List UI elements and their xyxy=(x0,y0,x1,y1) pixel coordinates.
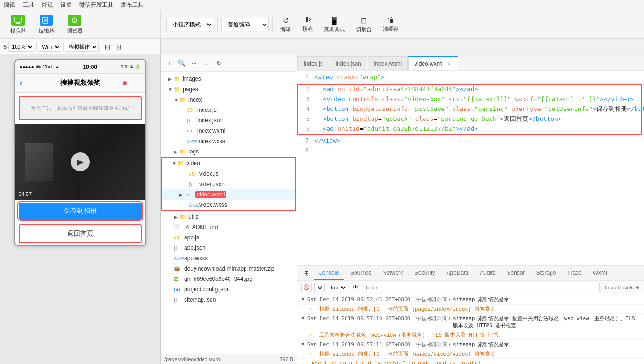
tree-item-video-json[interactable]: {} video.json xyxy=(162,179,295,189)
tab-index-wxml[interactable]: index.wxml xyxy=(368,56,408,70)
eye-button[interactable]: 👁 xyxy=(350,283,361,292)
mode-select[interactable]: 小程序模式 插件模式 xyxy=(166,18,213,31)
code-line-1: 1 <view class="wrap"> xyxy=(297,73,644,83)
tree-item-logs[interactable]: ▶ 📁 logs xyxy=(161,146,297,157)
file-tree-toolbar: + 🔍 ··· ≡ ↻ xyxy=(161,55,297,72)
operation-select[interactable]: 模拟操作 xyxy=(66,42,99,52)
tree-item-images[interactable]: ▶ 📁 images xyxy=(161,74,297,84)
tree-item-video-folder[interactable]: ▼ 📁 video xyxy=(162,158,295,169)
real-debug-button[interactable]: 📱 真机调试 xyxy=(320,14,348,35)
editor-button[interactable]: 编辑器 xyxy=(34,12,59,37)
carrier-label: WeChat xyxy=(36,64,53,69)
clear-cache-button[interactable]: 🗑 清缓存 xyxy=(379,14,402,34)
zoom-select[interactable]: 100%75%50%125% xyxy=(8,42,34,52)
tree-item-video-wxss[interactable]: wxss video.wxss xyxy=(162,200,295,210)
tree-item-app-json[interactable]: {} app.json xyxy=(161,243,297,253)
tree-item-app-js[interactable]: JS app.js xyxy=(161,232,297,243)
devtools-tab-wxml[interactable]: Wxml xyxy=(588,267,612,280)
compile-select[interactable]: 普通编译 自定义编译 xyxy=(221,18,269,31)
wxss-file-icon: wxss xyxy=(174,256,181,261)
back-arrow-icon[interactable]: ‹ xyxy=(20,78,23,88)
tree-item-index-folder[interactable]: ▼ 📁 index xyxy=(161,94,297,105)
code-highlight-region: 2 <ad unitId="adunit-aa47148441f3a244"><… xyxy=(297,84,642,135)
expand-icon[interactable]: ▼ xyxy=(301,315,305,321)
tree-item-readme[interactable]: 📄 README.md xyxy=(161,222,297,232)
network-select[interactable]: WiFi3G4G xyxy=(39,42,61,52)
tree-item-zip[interactable]: 📦 douyindownload-miniapp-master.zip xyxy=(161,263,297,274)
tree-item-index-json[interactable]: {} index.json xyxy=(161,115,297,126)
devtools-tab-console[interactable]: Console xyxy=(314,267,344,280)
tree-item-utils[interactable]: ▶ 📁 utils xyxy=(161,212,297,222)
tab-video-wxml[interactable]: video.wxml × xyxy=(408,56,458,70)
compile-button[interactable]: ↺ 编译 xyxy=(277,14,295,35)
refresh-button[interactable]: ↻ xyxy=(213,58,224,68)
aspect-ratio-button[interactable]: ⊟ xyxy=(103,42,112,51)
expand-icon[interactable]: ▼ xyxy=(301,296,305,302)
devtools-tab-sensor[interactable]: Sensor xyxy=(502,267,530,280)
devtools-tab-network[interactable]: Network xyxy=(378,267,408,280)
code-line-4: 4 <button bindgetuserinfo="postSave" cla… xyxy=(298,104,641,114)
tree-item-app-wxss[interactable]: wxss app.wxss xyxy=(161,253,297,263)
tab-index-js[interactable]: index.js xyxy=(297,56,329,70)
video-player[interactable]: ▶ 04:57 xyxy=(15,124,145,200)
new-file-button[interactable]: + xyxy=(164,58,175,68)
simulator-button[interactable]: 模拟器 xyxy=(6,12,30,37)
video-play-button[interactable]: ▶ xyxy=(71,152,90,171)
sort-button[interactable]: ≡ xyxy=(201,58,212,68)
simulator-label: 模拟器 xyxy=(10,27,26,34)
search-file-button[interactable]: 🔍 xyxy=(177,58,187,68)
back-to-home-button[interactable]: 返回首页 xyxy=(19,224,142,243)
editor-panel: index.js index.json index.wxml video.wxm… xyxy=(297,55,644,364)
menu-appearance[interactable]: 外观 xyxy=(42,1,53,9)
fullscreen-button[interactable]: ⊞ xyxy=(114,42,124,51)
expand-icon[interactable]: ▼ xyxy=(301,341,305,347)
context-select[interactable]: top xyxy=(328,283,347,292)
devtools-tab-appdata[interactable]: AppData xyxy=(441,267,473,280)
devtools-tab-trace[interactable]: Trace xyxy=(563,267,586,280)
log-level-label: Default levels ▼ xyxy=(602,285,640,290)
more-options-button[interactable]: ··· xyxy=(189,58,199,68)
tab-close-button[interactable]: × xyxy=(445,60,452,67)
tab-index-json[interactable]: index.json xyxy=(330,56,367,70)
tree-item-index-js[interactable]: JS index.js xyxy=(161,105,297,115)
devtools-tab-security[interactable]: Security xyxy=(410,267,440,280)
expand-arrow-icon: ▼ xyxy=(168,87,174,92)
simulator-icon xyxy=(11,15,25,26)
save-to-album-button[interactable]: 保存到相册 xyxy=(19,203,142,220)
editor-icon xyxy=(40,15,53,26)
cut-back-label: 切后台 xyxy=(356,26,372,33)
code-line-7: 7 </view> xyxy=(297,136,644,146)
tree-item-video-js[interactable]: JS video.js xyxy=(162,169,295,179)
tab-label: index.js xyxy=(304,60,323,67)
menu-publish[interactable]: 发布工具 xyxy=(121,1,144,9)
console-filter-button[interactable]: ⊘ xyxy=(314,283,325,292)
tree-item-video-wxml[interactable]: ▶ <> video.wxml xyxy=(162,189,295,200)
clear-cache-label: 清缓存 xyxy=(383,25,398,33)
tree-item-sitemap-json[interactable]: {} sitemap.json xyxy=(161,295,297,305)
code-editor[interactable]: 1 <view class="wrap"> 2 <ad unitId="adun… xyxy=(297,71,644,265)
battery-label: 100% xyxy=(121,64,133,69)
console-filter-input[interactable] xyxy=(364,283,600,292)
clear-console-button[interactable]: 🚫 xyxy=(301,283,312,292)
menu-edit[interactable]: 编辑 xyxy=(4,1,15,9)
menu-tools[interactable]: 工具 xyxy=(23,1,34,9)
menu-wechat[interactable]: 微信开发工具 xyxy=(79,1,113,9)
tree-item-jpg[interactable]: 🖼 gh_d69ec60a9c40_344.jpg xyxy=(161,274,297,284)
tree-item-pages[interactable]: ▼ 📁 pages xyxy=(161,84,297,94)
js-file-icon: JS xyxy=(189,171,196,177)
menu-settings[interactable]: 设置 xyxy=(60,1,72,9)
tree-item-index-wxss[interactable]: wxss index.wxss xyxy=(161,136,297,146)
cut-back-button[interactable]: ⊡ 切后台 xyxy=(352,14,375,35)
tree-item-index-wxml[interactable]: <> index.wxml xyxy=(161,126,297,136)
devtools-tab-sources[interactable]: Sources xyxy=(346,267,376,280)
expand-arrow-icon: ▼ xyxy=(174,97,179,102)
preview-button[interactable]: 👁 预览 xyxy=(298,14,316,34)
debugger-button[interactable]: 调试器 xyxy=(62,12,87,37)
devtools-tab-audits[interactable]: Audits xyxy=(475,267,500,280)
folder-icon: 📁 xyxy=(174,76,181,82)
folder-icon: 📁 xyxy=(179,149,187,155)
file-tree-panel: + 🔍 ··· ≡ ↻ ▶ 📁 images ▼ 📁 pages ▼ xyxy=(161,55,297,364)
tree-item-project-json[interactable]: (●) project.config.json xyxy=(161,284,297,295)
devtools-tab-storage[interactable]: Storage xyxy=(532,267,561,280)
devtools-toggle-button[interactable]: ⊞ xyxy=(301,268,312,279)
